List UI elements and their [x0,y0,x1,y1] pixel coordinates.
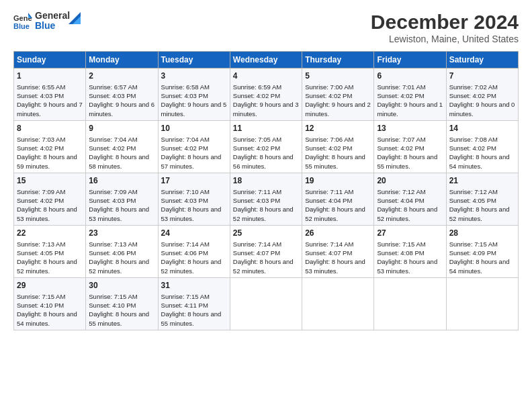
table-row [446,277,518,330]
sunrise-text: Sunrise: 7:12 AM [377,188,425,195]
day-number: 23 [89,228,154,239]
daylight-text: Daylight: 8 hours and 52 minutes. [17,258,77,274]
daylight-text: Daylight: 8 hours and 54 minutes. [449,258,510,274]
col-sunday: Sunday [14,52,86,68]
sunset-text: Sunset: 4:08 PM [377,249,424,257]
day-number: 22 [17,228,83,239]
title-area: December 2024 Lewiston, Maine, United St… [371,11,519,44]
table-row: 24Sunrise: 7:14 AMSunset: 4:06 PMDayligh… [158,225,230,277]
sunset-text: Sunset: 4:07 PM [305,249,352,257]
logo: General Blue General Blue [13,11,81,32]
sunrise-text: Sunrise: 7:13 AM [89,240,137,248]
table-row: 16Sunrise: 7:09 AMSunset: 4:03 PMDayligh… [86,173,158,225]
day-number: 26 [305,228,371,239]
sunset-text: Sunset: 4:11 PM [161,302,208,309]
calendar-week-row: 8Sunrise: 7:03 AMSunset: 4:02 PMDaylight… [14,120,519,173]
day-number: 30 [89,280,154,291]
sunrise-text: Sunrise: 7:08 AM [449,136,498,143]
sunset-text: Sunset: 4:03 PM [161,197,208,204]
sunset-text: Sunset: 4:02 PM [449,144,496,152]
sunset-text: Sunset: 4:04 PM [305,197,352,204]
table-row: 7Sunrise: 7:02 AMSunset: 4:02 PMDaylight… [446,68,518,121]
day-number: 25 [233,228,299,239]
logo-icon: General Blue [13,11,32,30]
daylight-text: Daylight: 9 hours and 2 minutes. [305,101,371,117]
sunset-text: Sunset: 4:02 PM [89,144,136,152]
sunrise-text: Sunrise: 7:02 AM [449,83,498,91]
daylight-text: Daylight: 8 hours and 56 minutes. [233,153,294,169]
sunrise-text: Sunrise: 7:10 AM [161,188,210,195]
table-row: 26Sunrise: 7:14 AMSunset: 4:07 PMDayligh… [302,225,374,277]
header: General Blue General Blue December 2024 … [13,11,519,44]
sunset-text: Sunset: 4:02 PM [377,92,424,99]
day-number: 29 [17,280,83,291]
sunrise-text: Sunrise: 7:04 AM [89,136,137,143]
day-number: 1 [17,71,83,82]
daylight-text: Daylight: 8 hours and 55 minutes. [377,153,437,169]
sunrise-text: Sunrise: 6:58 AM [161,83,210,91]
sunset-text: Sunset: 4:05 PM [17,249,64,257]
daylight-text: Daylight: 9 hours and 0 minutes. [449,101,515,117]
sunset-text: Sunset: 4:03 PM [161,92,208,99]
daylight-text: Daylight: 8 hours and 53 minutes. [161,205,222,222]
sunset-text: Sunset: 4:02 PM [17,197,64,204]
sunrise-text: Sunrise: 7:15 AM [161,293,210,300]
daylight-text: Daylight: 8 hours and 53 minutes. [17,205,77,222]
table-row: 13Sunrise: 7:07 AMSunset: 4:02 PMDayligh… [374,120,446,173]
sub-title: Lewiston, Maine, United States [371,34,519,44]
daylight-text: Daylight: 8 hours and 53 minutes. [377,258,437,274]
logo-general: General [35,11,70,21]
day-number: 14 [449,123,515,134]
col-thursday: Thursday [302,52,374,68]
table-row: 18Sunrise: 7:11 AMSunset: 4:03 PMDayligh… [230,173,302,225]
day-number: 21 [449,175,515,187]
table-row [230,277,302,330]
daylight-text: Daylight: 8 hours and 54 minutes. [17,310,77,326]
table-row [302,277,374,330]
daylight-text: Daylight: 8 hours and 54 minutes. [449,153,510,169]
sunset-text: Sunset: 4:07 PM [233,249,280,257]
sunrise-text: Sunrise: 7:09 AM [17,188,65,195]
daylight-text: Daylight: 9 hours and 6 minutes. [89,101,154,117]
sunset-text: Sunset: 4:02 PM [449,92,496,99]
calendar-week-row: 15Sunrise: 7:09 AMSunset: 4:02 PMDayligh… [14,173,519,225]
table-row: 2Sunrise: 6:57 AMSunset: 4:03 PMDaylight… [86,68,158,121]
daylight-text: Daylight: 8 hours and 52 minutes. [449,205,510,222]
table-row: 9Sunrise: 7:04 AMSunset: 4:02 PMDaylight… [86,120,158,173]
sunrise-text: Sunrise: 7:15 AM [89,293,137,300]
day-number: 24 [161,228,227,239]
col-wednesday: Wednesday [230,52,302,68]
day-number: 3 [161,71,227,82]
sunrise-text: Sunrise: 6:57 AM [89,83,137,91]
day-number: 17 [161,175,227,187]
sunset-text: Sunset: 4:06 PM [89,249,136,257]
day-number: 19 [305,175,371,187]
day-number: 10 [161,123,227,134]
day-number: 28 [449,228,515,239]
sunrise-text: Sunrise: 7:13 AM [17,240,65,248]
daylight-text: Daylight: 9 hours and 7 minutes. [17,101,83,117]
table-row: 31Sunrise: 7:15 AMSunset: 4:11 PMDayligh… [158,277,230,330]
daylight-text: Daylight: 8 hours and 55 minutes. [305,153,365,169]
daylight-text: Daylight: 9 hours and 5 minutes. [161,101,227,117]
day-number: 2 [89,71,154,82]
col-saturday: Saturday [446,52,518,68]
sunset-text: Sunset: 4:10 PM [89,302,136,309]
table-row: 14Sunrise: 7:08 AMSunset: 4:02 PMDayligh… [446,120,518,173]
daylight-text: Daylight: 8 hours and 58 minutes. [89,153,149,169]
table-row: 21Sunrise: 7:12 AMSunset: 4:05 PMDayligh… [446,173,518,225]
day-number: 6 [377,71,443,82]
day-number: 31 [161,280,227,291]
daylight-text: Daylight: 8 hours and 57 minutes. [161,153,222,169]
daylight-text: Daylight: 8 hours and 52 minutes. [233,205,294,222]
sunset-text: Sunset: 4:02 PM [233,144,280,152]
table-row: 10Sunrise: 7:04 AMSunset: 4:02 PMDayligh… [158,120,230,173]
sunrise-text: Sunrise: 7:15 AM [377,240,425,248]
table-row: 30Sunrise: 7:15 AMSunset: 4:10 PMDayligh… [86,277,158,330]
day-number: 4 [233,71,299,82]
calendar-table: Sunday Monday Tuesday Wednesday Thursday… [13,51,519,330]
day-number: 13 [377,123,443,134]
sunset-text: Sunset: 4:02 PM [233,92,280,99]
sunrise-text: Sunrise: 6:59 AM [233,83,281,91]
table-row: 3Sunrise: 6:58 AMSunset: 4:03 PMDaylight… [158,68,230,121]
